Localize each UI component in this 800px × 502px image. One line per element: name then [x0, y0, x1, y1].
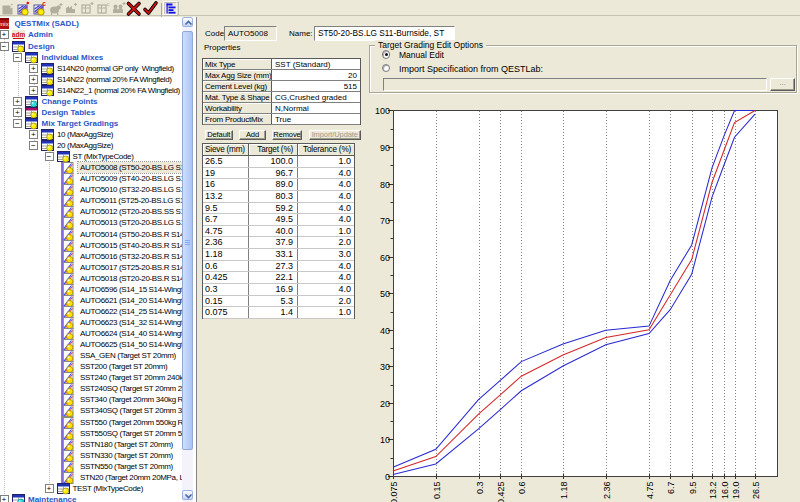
svg-text:60: 60 [380, 253, 390, 263]
svg-text:6.7: 6.7 [666, 482, 676, 495]
svg-text:100: 100 [375, 106, 390, 116]
svg-text:19.0: 19.0 [731, 482, 741, 500]
svg-text:13.2: 13.2 [708, 482, 718, 500]
svg-text:0: 0 [385, 472, 390, 482]
svg-text:10: 10 [380, 435, 390, 445]
svg-text:80: 80 [380, 180, 390, 190]
svg-text:30: 30 [380, 362, 390, 372]
svg-text:2.36: 2.36 [602, 482, 612, 500]
svg-text:4.75: 4.75 [645, 482, 655, 500]
svg-text:9.5: 9.5 [688, 482, 698, 495]
svg-text:90: 90 [380, 143, 390, 153]
svg-text:20: 20 [380, 399, 390, 409]
svg-text:0.3: 0.3 [475, 482, 485, 495]
svg-text:26.5: 26.5 [751, 482, 761, 500]
svg-text:0.15: 0.15 [432, 482, 442, 500]
svg-text:40: 40 [380, 326, 390, 336]
svg-text:0.425: 0.425 [496, 482, 506, 502]
svg-text:0.075: 0.075 [389, 482, 399, 502]
svg-text:70: 70 [380, 216, 390, 226]
svg-text:16.0: 16.0 [720, 482, 730, 500]
svg-text:50: 50 [380, 289, 390, 299]
svg-text:0.6: 0.6 [517, 482, 527, 495]
svg-text:1.18: 1.18 [559, 482, 569, 500]
